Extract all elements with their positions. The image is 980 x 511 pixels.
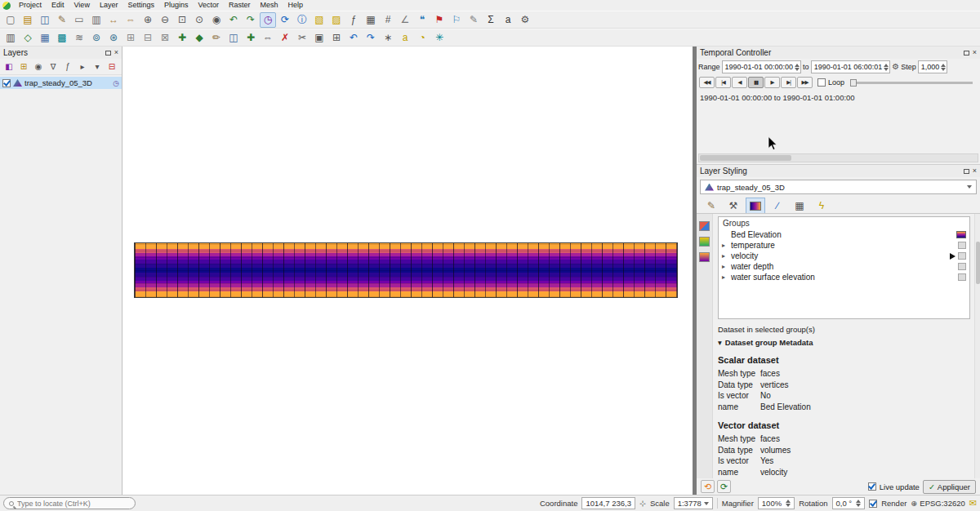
- mesh-digitizing-icon[interactable]: ✳: [431, 30, 448, 46]
- vector-settings-strip-icon[interactable]: [699, 252, 710, 262]
- close-panel-icon[interactable]: ×: [114, 49, 118, 56]
- delete-selected-icon[interactable]: ✗: [277, 30, 293, 46]
- new-shapefile-icon[interactable]: ✚: [174, 30, 190, 46]
- statistics-icon[interactable]: Σ: [483, 12, 499, 28]
- temporal-scrollbar[interactable]: [698, 153, 978, 162]
- menu-plugins[interactable]: Plugins: [159, 0, 194, 11]
- menu-settings[interactable]: Settings: [122, 0, 159, 11]
- live-update-checkbox[interactable]: [868, 482, 876, 491]
- cut-features-icon[interactable]: ✂: [294, 30, 310, 46]
- data-source-manager-icon[interactable]: ▥: [2, 30, 19, 46]
- magnifier-input[interactable]: 100%: [758, 497, 795, 509]
- temporal-scrollbar-thumb[interactable]: [700, 155, 791, 161]
- add-feature-icon[interactable]: ✚: [243, 30, 259, 46]
- scalar-inactive-badge[interactable]: [958, 252, 966, 260]
- menu-edit[interactable]: Edit: [47, 0, 69, 11]
- menu-view[interactable]: View: [69, 0, 95, 11]
- add-wfs-icon[interactable]: ⊠: [157, 30, 173, 46]
- add-group-icon[interactable]: ⊞: [17, 60, 30, 73]
- open-layer-styling-icon[interactable]: ◧: [2, 60, 16, 73]
- zoom-full-icon[interactable]: ⊡: [174, 12, 190, 28]
- spinner[interactable]: [884, 64, 889, 71]
- zoom-out-icon[interactable]: ⊖: [157, 12, 173, 28]
- crs-status[interactable]: ⊕ EPSG:32620: [911, 499, 964, 508]
- open-project-icon[interactable]: ▤: [20, 12, 36, 28]
- attribute-table-icon[interactable]: ▦: [363, 12, 379, 28]
- temporal-settings-icon[interactable]: ⚙: [892, 61, 899, 73]
- virtual-dataset-tab-icon[interactable]: ϟ: [812, 198, 831, 213]
- remove-layer-icon[interactable]: ⊟: [105, 60, 118, 73]
- refresh-icon[interactable]: ⟳: [277, 12, 293, 28]
- identify-icon[interactable]: ⓘ: [294, 12, 310, 28]
- scalar-inactive-badge[interactable]: [958, 273, 966, 281]
- temporal-controller-icon[interactable]: ◷: [260, 12, 276, 28]
- spinner[interactable]: [941, 64, 946, 71]
- move-feature-icon[interactable]: ⇔: [260, 30, 276, 46]
- map-tips-icon[interactable]: ❝: [414, 12, 430, 28]
- close-panel-icon[interactable]: ×: [973, 167, 977, 175]
- redo-icon[interactable]: ↷: [363, 30, 379, 46]
- layout-manager-icon[interactable]: ▥: [88, 12, 105, 28]
- float-panel-icon[interactable]: [964, 169, 969, 174]
- contours-tab-icon[interactable]: [746, 198, 765, 213]
- filter-expression-icon[interactable]: ƒ: [61, 60, 74, 73]
- vertex-tool-icon[interactable]: ∗: [380, 30, 396, 46]
- labeling-icon[interactable]: a: [397, 30, 413, 46]
- spinner[interactable]: [786, 500, 791, 507]
- toggle-editing-icon[interactable]: ✏: [208, 30, 225, 46]
- add-mesh-layer-icon[interactable]: ▩: [54, 30, 70, 46]
- save-style-icon[interactable]: ⟳: [717, 480, 731, 493]
- select-by-expression-icon[interactable]: ƒ: [345, 12, 362, 28]
- expand-arrow[interactable]: ▸: [722, 252, 728, 260]
- apply-button[interactable]: ✓ Appliquer: [923, 480, 976, 494]
- filter-legend-icon[interactable]: ∇: [47, 60, 60, 73]
- rewind-button[interactable]: ◀◀: [699, 77, 715, 88]
- save-project-icon[interactable]: ◫: [37, 12, 53, 28]
- pause-button[interactable]: ▮▮: [748, 77, 764, 88]
- dataset-group-bed-elevation[interactable]: Bed Elevation: [719, 229, 969, 240]
- add-wcs-icon[interactable]: ⊟: [140, 30, 156, 46]
- menu-project[interactable]: Project: [14, 0, 47, 11]
- new-layout-icon[interactable]: ▭: [71, 12, 87, 28]
- zoom-next-icon[interactable]: ↷: [243, 12, 259, 28]
- temporal-slider[interactable]: [850, 82, 973, 84]
- zoom-to-selection-icon[interactable]: ⊙: [191, 12, 207, 28]
- play-button[interactable]: ▶: [764, 77, 780, 88]
- new-geopackage-icon[interactable]: ◆: [191, 30, 207, 46]
- coordinate-input[interactable]: 1014,7 236,3: [581, 497, 635, 509]
- source-tab-icon[interactable]: ⚒: [724, 198, 743, 213]
- expand-all-icon[interactable]: ▸: [76, 60, 89, 73]
- messages-icon[interactable]: ✉: [969, 498, 977, 509]
- collapse-all-icon[interactable]: ▾: [91, 60, 104, 73]
- add-wms-icon[interactable]: ⊞: [122, 30, 139, 46]
- dataset-group-water-depth[interactable]: ▸ water depth: [719, 261, 969, 272]
- styling-layer-selector[interactable]: trap_steady_05_3D: [700, 180, 977, 194]
- range-start-input[interactable]: 1990-01-01 00:00:00: [722, 60, 802, 73]
- pan-to-selection-icon[interactable]: ⇔: [122, 12, 139, 28]
- annotation-icon[interactable]: ✎: [466, 12, 482, 28]
- show-bookmarks-icon[interactable]: ⚐: [448, 12, 465, 28]
- select-features-icon[interactable]: ▧: [311, 12, 327, 28]
- spinner[interactable]: [795, 64, 800, 71]
- style-manager-icon[interactable]: ✎: [54, 12, 70, 28]
- copy-features-icon[interactable]: ▣: [311, 30, 327, 46]
- scale-combo[interactable]: 1:3778: [674, 497, 713, 509]
- map-canvas[interactable]: [122, 47, 693, 495]
- dataset-group-velocity[interactable]: ▸ velocity: [719, 251, 969, 261]
- measure-icon[interactable]: ∠: [397, 12, 413, 28]
- profile-tab-icon[interactable]: ∕: [768, 198, 787, 213]
- scalar-inactive-badge[interactable]: [958, 242, 966, 249]
- step-input[interactable]: 1,000: [918, 60, 948, 73]
- zoom-last-icon[interactable]: ↶: [225, 12, 242, 28]
- paste-features-icon[interactable]: ⊞: [328, 30, 345, 46]
- menu-layer[interactable]: Layer: [95, 0, 123, 11]
- spinner[interactable]: [856, 500, 861, 507]
- layer-item-trap-steady-05-3d[interactable]: trap_steady_05_3D ◷: [0, 77, 122, 89]
- step-back-button[interactable]: ◀: [732, 77, 747, 88]
- pan-map-icon[interactable]: ↔: [105, 12, 122, 28]
- expand-arrow[interactable]: ▸: [722, 273, 728, 281]
- expand-arrow[interactable]: ▸: [722, 242, 728, 249]
- map-themes-icon[interactable]: ◉: [32, 60, 45, 73]
- add-spatialite-icon[interactable]: ⊛: [105, 30, 122, 46]
- dataset-group-water-surface-elevation[interactable]: ▸ water surface elevation: [719, 272, 969, 282]
